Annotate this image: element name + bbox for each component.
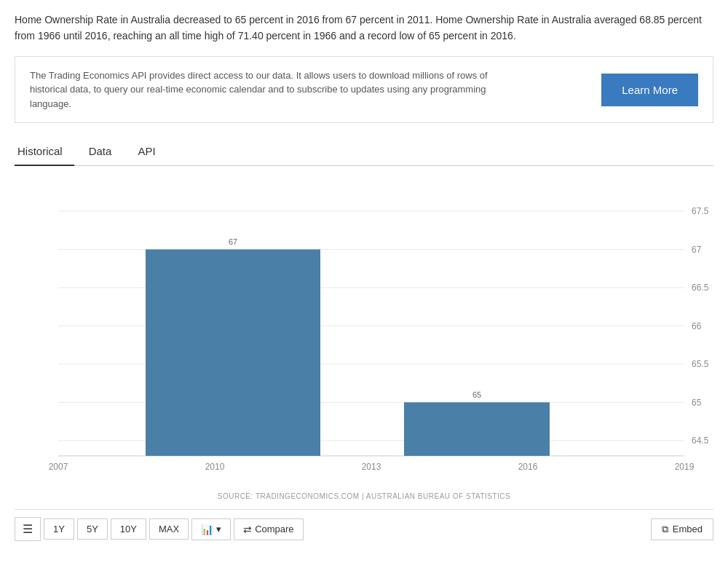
svg-text:2019: 2019 [675,462,695,472]
svg-text:67: 67 [229,237,237,246]
list-icon: ☰ [23,523,33,535]
tab-api[interactable]: API [135,138,167,165]
embed-icon: ⧉ [662,524,668,535]
svg-text:65.5: 65.5 [692,359,708,369]
max-button[interactable]: MAX [149,518,189,540]
svg-text:64.5: 64.5 [692,435,708,446]
svg-text:66: 66 [692,321,701,331]
description-text: Home Ownership Rate in Australia decreas… [15,12,713,44]
svg-text:67.5: 67.5 [692,206,708,216]
embed-button[interactable]: ⧉ Embed [651,518,713,540]
chart-area: 67.5 67 66.5 66 65.5 65 64.5 2007 2010 2… [15,181,713,486]
main-container: Home Ownership Rate in Australia decreas… [0,0,728,553]
10y-button[interactable]: 10Y [111,518,146,540]
svg-text:65: 65 [692,398,701,408]
chart-type-button[interactable]: 📊 ▾ [191,518,231,540]
svg-text:66.5: 66.5 [692,283,708,293]
source-text: SOURCE: TRADINGECONOMICS.COM | AUSTRALIA… [15,492,713,500]
toolbar: ☰ 1Y 5Y 10Y MAX 📊 ▾ ⇄ Compare ⧉ Embed [15,509,713,541]
tabs-container: Historical Data API [15,138,713,166]
svg-text:65: 65 [472,390,481,399]
learn-more-button[interactable]: Learn More [601,74,698,106]
chart-type-arrow: ▾ [216,524,221,534]
5y-button[interactable]: 5Y [77,518,108,540]
1y-button[interactable]: 1Y [44,518,74,540]
svg-text:67: 67 [692,245,701,255]
svg-text:2007: 2007 [49,462,68,472]
api-banner: The Trading Economics API provides direc… [15,56,713,124]
api-banner-text: The Trading Economics API provides direc… [30,68,525,111]
list-view-button[interactable]: ☰ [15,517,41,541]
svg-text:2013: 2013 [362,462,381,472]
compare-icon: ⇄ [243,524,252,535]
compare-button[interactable]: ⇄ Compare [234,518,303,540]
bar-2011 [146,250,320,457]
bar-chart: 67.5 67 66.5 66 65.5 65 64.5 2007 2010 2… [15,181,713,486]
bar-chart-icon: 📊 [201,524,213,535]
bar-2016 [404,403,550,457]
tab-data[interactable]: Data [86,138,124,165]
svg-text:2016: 2016 [518,462,538,472]
tab-historical[interactable]: Historical [15,138,74,166]
svg-text:2010: 2010 [205,462,225,472]
